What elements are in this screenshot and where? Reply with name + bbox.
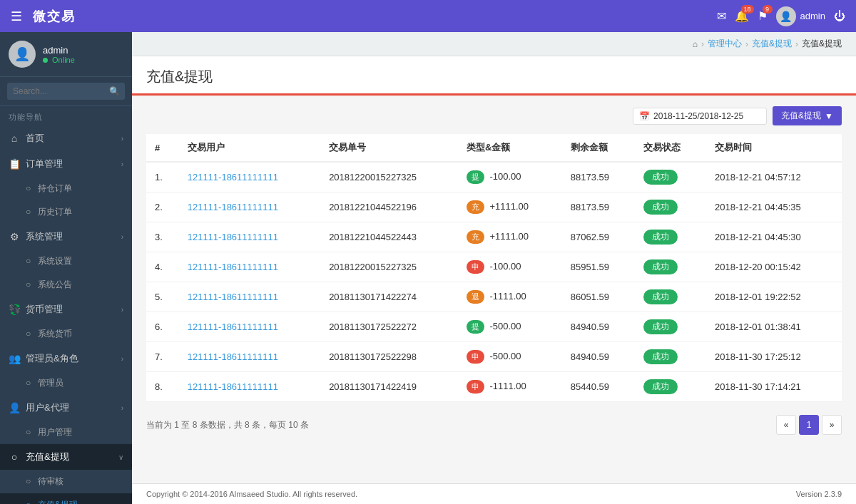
circle-icon: ○: [26, 476, 31, 486]
status-badge: 成功: [643, 200, 678, 215]
sidebar-item-user-agent[interactable]: 👤 用户&代理 ›: [0, 395, 132, 421]
circle-icon: ○: [26, 427, 31, 437]
filter-bar: 📅 充值&提现 ▼: [146, 106, 842, 125]
cell-status: 成功: [635, 342, 706, 372]
cell-user[interactable]: 121111-18611111111: [179, 252, 320, 282]
chevron-right-icon: ›: [121, 135, 123, 143]
profile-avatar: 👤: [9, 41, 36, 68]
sidebar-item-order-manage[interactable]: 📋 订单管理 ›: [0, 151, 132, 177]
sidebar-item-currency-manage[interactable]: 💱 货币管理 ›: [0, 297, 132, 322]
cell-balance: 86051.59: [562, 282, 636, 312]
cell-user[interactable]: 121111-18611111111: [179, 282, 320, 312]
sidebar-profile: 👤 admin Online: [0, 32, 132, 77]
status-badge: 成功: [643, 379, 678, 394]
sidebar-item-system-settings[interactable]: ○ 系统设置: [0, 250, 132, 273]
sidebar-item-hold-order[interactable]: ○ 持仓订单: [0, 177, 132, 200]
user-menu[interactable]: 👤 admin: [776, 6, 825, 26]
sidebar-item-home[interactable]: ⌂ 首页 ›: [0, 125, 132, 151]
status-badge: 成功: [643, 230, 678, 245]
cell-user[interactable]: 121111-18611111111: [179, 222, 320, 252]
sidebar-item-deposit-withdraw-sub[interactable]: ○ 充值&提现: [0, 493, 132, 504]
breadcrumb-deposit[interactable]: 充值&提现: [752, 38, 792, 50]
transactions-table: # 交易用户 交易单号 类型&金额 剩余金额 交易状态 交易时间 1. 1211…: [146, 134, 842, 402]
sidebar-item-pending-review[interactable]: ○ 待审核: [0, 470, 132, 493]
brand-logo: 微交易: [33, 8, 76, 25]
footer-version: Version 2.3.9: [796, 490, 842, 498]
cell-type-amount: 提 -100.00: [458, 162, 562, 192]
status-dot: [43, 58, 48, 63]
page-1-button[interactable]: 1: [799, 415, 819, 435]
cell-type-amount: 充 +1111.00: [458, 192, 562, 222]
cell-time: 2018-11-30 17:14:21: [706, 372, 842, 402]
circle-icon: ○: [26, 329, 31, 339]
circle-icon: ○: [26, 207, 31, 217]
sidebar-item-admin-roles[interactable]: 👥 管理员&角色 ›: [0, 346, 132, 371]
breadcrumb-current: 充值&提现: [802, 38, 842, 50]
chevron-down-icon: ∨: [118, 453, 123, 461]
cell-type-amount: 申 -500.00: [458, 342, 562, 372]
type-tag: 申: [467, 350, 484, 364]
cell-balance: 88173.59: [562, 192, 636, 222]
cell-user[interactable]: 121111-18611111111: [179, 162, 320, 192]
search-input[interactable]: [7, 83, 125, 100]
avatar: 👤: [776, 6, 796, 26]
cell-user[interactable]: 121111-18611111111: [179, 312, 320, 342]
col-time: 交易时间: [706, 134, 842, 162]
filter-dropdown-button[interactable]: 充值&提现 ▼: [773, 106, 842, 125]
next-page-button[interactable]: »: [822, 415, 842, 435]
cell-order-no: 20181130171422419: [320, 372, 458, 402]
home-icon: ⌂: [9, 133, 20, 144]
cell-order-no: 20181130171422274: [320, 282, 458, 312]
sidebar-item-system-notice[interactable]: ○ 系统公告: [0, 273, 132, 297]
navbar-right: ✉ 🔔 18 ⚑ 9 👤 admin ⏻: [717, 6, 845, 26]
logout-icon[interactable]: ⏻: [834, 10, 845, 23]
breadcrumb-management-center[interactable]: 管理中心: [708, 38, 742, 50]
sidebar-item-user-manage[interactable]: ○ 用户管理: [0, 421, 132, 444]
date-input[interactable]: [653, 111, 760, 121]
cell-user[interactable]: 121111-18611111111: [179, 192, 320, 222]
calendar-icon: 📅: [639, 111, 650, 121]
date-range-input[interactable]: 📅: [633, 108, 767, 125]
sidebar-item-system-manage[interactable]: ⚙ 系统管理 ›: [0, 224, 132, 250]
status-badge: 成功: [643, 170, 678, 185]
pagination-buttons: « 1 »: [776, 415, 842, 435]
circle-icon: ○: [26, 279, 31, 289]
users-icon: 👥: [9, 353, 20, 364]
sidebar-item-history-order[interactable]: ○ 历史订单: [0, 200, 132, 224]
mail-icon: ✉: [717, 10, 726, 22]
footer-copyright: Copyright © 2014-2016 Almsaeed Studio. A…: [146, 490, 357, 498]
cell-balance: 87062.59: [562, 222, 636, 252]
navbar: ☰ 微交易 ✉ 🔔 18 ⚑ 9 👤 admin ⏻: [0, 0, 856, 32]
type-tag: 提: [467, 170, 484, 184]
cell-user[interactable]: 121111-18611111111: [179, 372, 320, 402]
cell-num: 1.: [146, 162, 179, 192]
profile-status: Online: [43, 56, 75, 64]
table-row: 6. 121111-18611111111 20181130172522272 …: [146, 312, 842, 342]
prev-page-button[interactable]: «: [776, 415, 796, 435]
col-order-no: 交易单号: [320, 134, 458, 162]
cell-type-amount: 申 -1111.00: [458, 372, 562, 402]
type-tag: 充: [467, 230, 484, 244]
cell-balance: 85440.59: [562, 372, 636, 402]
cell-time: 2018-11-30 17:25:12: [706, 342, 842, 372]
type-tag: 申: [467, 380, 484, 394]
type-tag: 申: [467, 260, 484, 274]
col-type-amount: 类型&金额: [458, 134, 562, 162]
sidebar-item-deposit-withdraw[interactable]: ○ 充值&提现 ∨: [0, 444, 132, 470]
table-row: 1. 121111-18611111111 20181220015227325 …: [146, 162, 842, 192]
cell-user[interactable]: 121111-18611111111: [179, 342, 320, 372]
sidebar-item-admins[interactable]: ○ 管理员: [0, 371, 132, 395]
table-row: 3. 121111-18611111111 20181221044522443 …: [146, 222, 842, 252]
sidebar-item-system-currency[interactable]: ○ 系统货币: [0, 322, 132, 346]
flag-icon-wrap[interactable]: ⚑ 9: [758, 9, 768, 23]
sidebar-search-wrap: 🔍: [0, 77, 132, 106]
bell-badge: 18: [741, 5, 754, 14]
mail-icon-wrap[interactable]: ✉: [717, 9, 726, 23]
col-user: 交易用户: [179, 134, 320, 162]
cell-time: 2018-12-01 01:38:41: [706, 312, 842, 342]
page-title: 充值&提现: [146, 67, 842, 86]
order-icon: 📋: [9, 158, 20, 170]
bell-icon-wrap[interactable]: 🔔 18: [735, 9, 749, 23]
menu-toggle-button[interactable]: ☰: [11, 9, 22, 24]
sidebar-section-title: 功能导航: [0, 106, 132, 125]
